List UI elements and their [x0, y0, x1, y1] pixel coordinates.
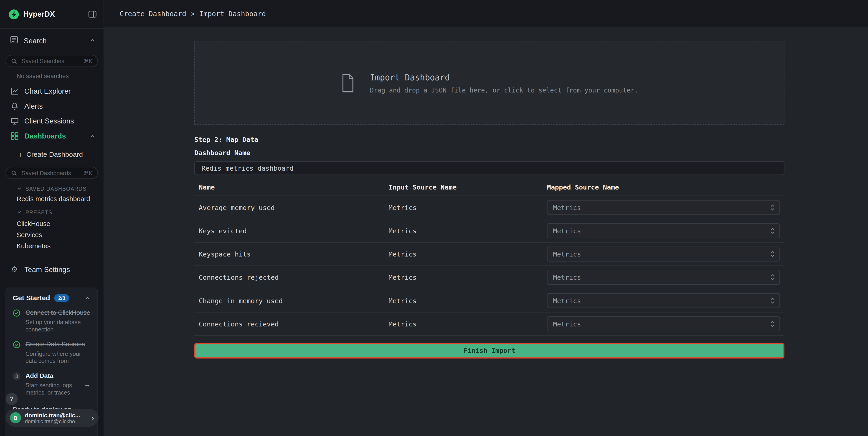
selector-chevrons-icon: [770, 296, 775, 304]
sidebar-item-team-settings[interactable]: ⚙ Team Settings: [0, 262, 103, 277]
user-menu[interactable]: D dominic.tran@clic... dominic.tran@clic…: [5, 409, 98, 427]
main-area: Import Dashboard Drag and drop a JSON fi…: [104, 27, 868, 436]
select-value: Metrics: [553, 297, 581, 304]
row-name: Keys evicted: [199, 227, 389, 235]
preset-label: ClickHouse: [17, 220, 50, 228]
mapped-source-select[interactable]: Metrics: [547, 223, 780, 238]
create-dashboard-label: Create Dashboard: [26, 151, 83, 158]
selector-chevrons-icon: [770, 320, 775, 328]
column-header-name: Name: [199, 183, 389, 191]
sidebar-section-search[interactable]: Search: [0, 32, 103, 49]
get-started-step-connect[interactable]: Connect to ClickHouse Set up your databa…: [13, 309, 91, 333]
chart-icon: [10, 87, 19, 95]
selector-chevrons-icon: [770, 203, 775, 212]
shortcut-kbd: ⌘K: [84, 58, 93, 64]
collapse-sidebar-button[interactable]: [88, 10, 97, 18]
get-started-title: Get Started: [13, 294, 50, 302]
bell-icon: [10, 102, 19, 110]
sidebar-item-dashboards[interactable]: Dashboards: [0, 128, 103, 144]
get-started-step-add-data[interactable]: 3 Add Data Start sending logs, metrics, …: [13, 372, 91, 397]
row-name: Change in memory used: [199, 297, 389, 304]
finish-import-button[interactable]: Finish Import: [194, 343, 784, 358]
table-row: Connections recieved Metrics Metrics: [194, 313, 784, 336]
saved-searches-search[interactable]: ⌘K: [5, 55, 98, 67]
shortcut-kbd: ⌘K: [84, 170, 93, 176]
column-header-mapped-source: Mapped Source Name: [547, 183, 784, 191]
preset-item-services[interactable]: Services: [0, 229, 103, 240]
help-button[interactable]: ?: [5, 393, 18, 405]
select-value: Metrics: [553, 273, 581, 281]
sidebar-item-alerts[interactable]: Alerts: [0, 99, 103, 114]
select-value: Metrics: [553, 227, 581, 235]
step-title: Create Data Sources: [26, 340, 91, 348]
get-started-step-sources[interactable]: Create Data Sources Configure where your…: [13, 340, 91, 365]
gear-icon: ⚙: [10, 265, 19, 274]
sidebar-item-chart-explorer[interactable]: Chart Explorer: [0, 84, 103, 99]
map-table-header: Name Input Source Name Mapped Source Nam…: [194, 179, 784, 196]
step-label: Step 2: Map Data: [194, 136, 784, 144]
user-email: dominic.tran@clickho...: [25, 418, 88, 424]
chevron-down-icon: [17, 209, 22, 215]
dashboard-name-input[interactable]: [194, 161, 784, 175]
dropzone-title: Import Dashboard: [370, 72, 638, 82]
hyperdx-logo-icon: [9, 9, 19, 19]
saved-searches-input[interactable]: [21, 57, 80, 65]
row-input-source: Metrics: [389, 273, 547, 281]
saved-dashboards-search[interactable]: ⌘K: [5, 167, 98, 179]
chevron-up-icon: [89, 37, 96, 44]
presets-group-toggle[interactable]: PRESETS: [17, 208, 103, 216]
chevron-right-icon: ›: [92, 414, 94, 422]
step-title: Add Data: [26, 372, 79, 380]
group-label-text: SAVED DASHBOARDS: [26, 185, 87, 192]
mapped-source-select[interactable]: Metrics: [547, 246, 780, 262]
table-row: Keys evicted Metrics Metrics: [194, 220, 784, 242]
no-saved-searches-text: No saved searches: [17, 73, 103, 79]
get-started-header[interactable]: Get Started 2/3: [13, 294, 91, 302]
preset-label: Kubernetes: [17, 242, 51, 250]
step-desc: Set up your database connection: [26, 318, 91, 333]
preset-item-clickhouse[interactable]: ClickHouse: [0, 218, 103, 229]
preset-item-kubernetes[interactable]: Kubernetes: [0, 240, 103, 252]
step-body: Add Data Start sending logs, metrics, or…: [26, 372, 79, 397]
saved-dashboards-input[interactable]: [21, 169, 80, 177]
select-value: Metrics: [553, 204, 581, 211]
monitor-icon: [10, 117, 19, 125]
sidebar-item-label: Chart Explorer: [24, 87, 71, 95]
step-desc: Configure where your data comes from: [26, 350, 91, 365]
dashboard-name-label: Dashboard Name: [194, 149, 784, 157]
user-name: dominic.tran@clic...: [25, 411, 88, 418]
preset-label: Services: [17, 231, 42, 239]
saved-dashboards-group-toggle[interactable]: SAVED DASHBOARDS: [17, 184, 103, 192]
sidebar-item-label: Alerts: [24, 102, 43, 110]
search-section-label: Search: [24, 36, 46, 45]
magnifier-icon: [11, 58, 17, 64]
user-info: dominic.tran@clic... dominic.tran@clickh…: [25, 411, 88, 424]
table-row: Keyspace hits Metrics Metrics: [194, 242, 784, 266]
mapped-source-select[interactable]: Metrics: [547, 316, 780, 331]
import-dashboard-content: Import Dashboard Drag and drop a JSON fi…: [194, 41, 784, 358]
mapped-source-select[interactable]: Metrics: [547, 293, 780, 308]
chevron-down-icon: [17, 186, 22, 191]
dashboard-grid-icon: [10, 132, 19, 140]
row-input-source: Metrics: [389, 320, 547, 328]
magnifier-icon: [11, 170, 17, 176]
group-label-text: PRESETS: [26, 209, 52, 215]
progress-badge: 2/3: [54, 294, 69, 302]
create-dashboard-button[interactable]: + Create Dashboard: [0, 148, 103, 161]
saved-dashboard-item[interactable]: Redis metrics dashboard: [0, 194, 103, 205]
selector-chevrons-icon: [770, 227, 775, 235]
breadcrumb-create-dashboard[interactable]: Create Dashboard: [120, 9, 186, 17]
sidebar-item-label: Dashboards: [24, 132, 84, 140]
topbar: Create Dashboard > Import Dashboard: [104, 0, 868, 27]
app-root: HyperDX Search ⌘K No saved searches Ch: [0, 0, 868, 436]
plus-icon: +: [18, 150, 22, 158]
dropzone-text: Import Dashboard Drag and drop a JSON fi…: [370, 72, 638, 94]
sidebar-item-label: Client Sessions: [24, 117, 74, 125]
chevron-up-icon: [89, 133, 96, 139]
sidebar-item-client-sessions[interactable]: Client Sessions: [0, 114, 103, 129]
mapped-source-select[interactable]: Metrics: [547, 270, 780, 285]
mapped-source-select[interactable]: Metrics: [547, 200, 780, 215]
table-row: Connections rejected Metrics Metrics: [194, 266, 784, 289]
dropzone-subtitle: Drag and drop a JSON file here, or click…: [370, 86, 638, 94]
file-dropzone[interactable]: Import Dashboard Drag and drop a JSON fi…: [194, 41, 784, 125]
